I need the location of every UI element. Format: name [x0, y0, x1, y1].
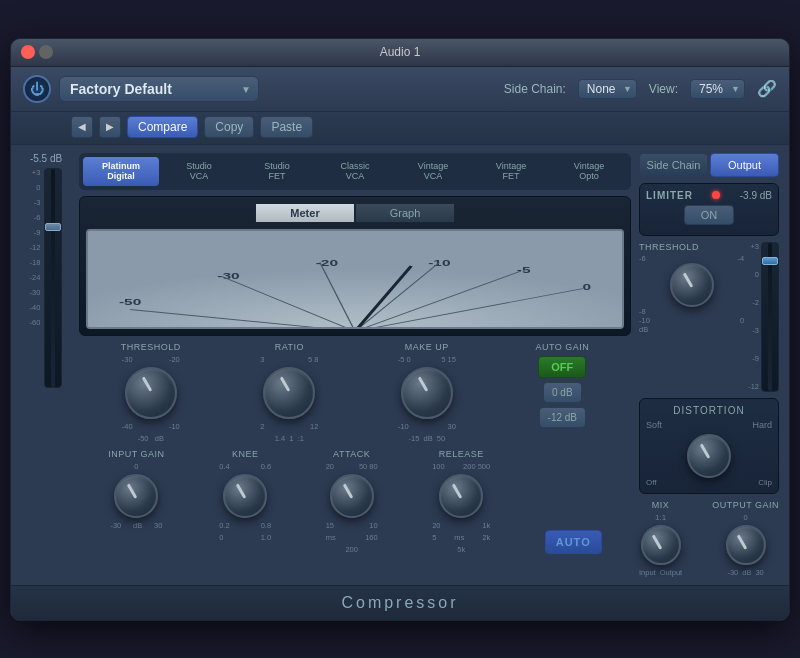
- power-button[interactable]: ⏻: [23, 75, 51, 103]
- makeup-label: MAKE UP: [405, 342, 449, 352]
- right-column: Side Chain Output LIMITER -3.9 dB ON THR…: [639, 153, 779, 577]
- output-fader[interactable]: [761, 242, 779, 392]
- preset-wrapper: Factory Default: [59, 76, 259, 102]
- tab-classic-vca[interactable]: ClassicVCA: [317, 157, 393, 187]
- fader-track: [51, 169, 55, 387]
- threshold-right-label: THRESHOLD: [639, 242, 699, 252]
- ratio-label: RATIO: [275, 342, 304, 352]
- input-fader[interactable]: [44, 168, 62, 388]
- makeup-bottom: -15 dB 50: [408, 434, 445, 443]
- limiter-threshold-knob[interactable]: [670, 263, 714, 307]
- graph-tab[interactable]: Graph: [355, 203, 455, 223]
- meter-tab[interactable]: Meter: [255, 203, 355, 223]
- output-tab[interactable]: Output: [710, 153, 779, 177]
- tab-vintage-opto[interactable]: VintageOpto: [551, 157, 627, 187]
- threshold-fader-area: THRESHOLD -6 -4 -8 -10 0 dB: [639, 242, 779, 392]
- mix-output-row: MIX 1:1 Input Output OUTPUT GAIN 0 -30 d…: [639, 500, 779, 577]
- mix-ratio: 1:1: [655, 513, 666, 522]
- minimize-button[interactable]: [39, 45, 53, 59]
- main-content: -5.5 dB +3 0 -3 -6 -9 -12 -18 -24 -30 -4…: [11, 145, 789, 585]
- svg-text:-50: -50: [119, 296, 141, 307]
- center-column: PlatinumDigital StudioVCA StudioFET Clas…: [79, 153, 631, 577]
- limiter-on-button[interactable]: ON: [684, 205, 735, 225]
- mix-input: Input: [639, 568, 656, 577]
- input-gain-label: INPUT GAIN: [108, 449, 164, 459]
- mix-group: MIX 1:1 Input Output: [639, 500, 682, 577]
- link-icon[interactable]: 🔗: [757, 79, 777, 98]
- copy-button[interactable]: Copy: [204, 116, 254, 138]
- mix-output: Output: [660, 568, 683, 577]
- tab-studio-fet[interactable]: StudioFET: [239, 157, 315, 187]
- side-chain-tab[interactable]: Side Chain: [639, 153, 708, 177]
- view-select[interactable]: 75%: [690, 79, 745, 99]
- distortion-knob-row: [646, 434, 772, 478]
- distortion-soft: Soft: [646, 420, 662, 430]
- side-chain-wrapper: None: [578, 79, 637, 99]
- compare-button[interactable]: Compare: [127, 116, 198, 138]
- bottom-bar: Compressor: [11, 585, 789, 620]
- next-button[interactable]: ▶: [99, 116, 121, 138]
- prev-button[interactable]: ◀: [71, 116, 93, 138]
- ratio-group: RATIO 3 5 8 2 12 1.4 1 :1: [260, 342, 318, 443]
- close-button[interactable]: ✕: [21, 45, 35, 59]
- mix-label: MIX: [652, 500, 670, 510]
- view-label: View:: [649, 82, 678, 96]
- output-gain-knob[interactable]: [726, 525, 766, 565]
- distortion-knob[interactable]: [687, 434, 731, 478]
- window-title: Audio 1: [380, 45, 421, 59]
- knee-label: KNEE: [232, 449, 259, 459]
- limiter-title: LIMITER: [646, 190, 693, 201]
- compressor-title: Compressor: [341, 594, 458, 611]
- preset-dropdown[interactable]: Factory Default: [59, 76, 259, 102]
- view-wrapper: 75%: [690, 79, 745, 99]
- transport-row: ◀ ▶ Compare Copy Paste: [11, 112, 789, 145]
- distortion-clip: Clip: [758, 478, 772, 487]
- output-gain-zero: 0: [743, 513, 747, 522]
- output-gain-db: dB: [742, 568, 751, 577]
- svg-rect-0: [88, 231, 622, 327]
- right-fader-scale: +3 0 -2 -3 -9 -12: [748, 242, 759, 392]
- tab-vintage-vca[interactable]: VintageVCA: [395, 157, 471, 187]
- vu-display: -50 -30 -20 -10 -5 0: [86, 229, 624, 329]
- zero-db-button[interactable]: 0 dB: [543, 382, 582, 403]
- distortion-off: Off: [646, 478, 657, 487]
- makeup-knob[interactable]: [401, 367, 453, 419]
- svg-text:-20: -20: [316, 257, 338, 268]
- paste-button[interactable]: Paste: [260, 116, 313, 138]
- threshold-bottom-scale: -50 dB: [138, 434, 164, 443]
- side-chain-select[interactable]: None: [578, 79, 637, 99]
- knee-knob[interactable]: [223, 474, 267, 518]
- svg-text:0: 0: [583, 281, 592, 292]
- vu-svg: -50 -30 -20 -10 -5 0: [88, 231, 622, 327]
- tab-vintage-fet[interactable]: VintageFET: [473, 157, 549, 187]
- auto-gain-group: AUTO GAIN OFF 0 dB -12 dB: [535, 342, 589, 443]
- output-tabs: Side Chain Output: [639, 153, 779, 177]
- attack-group: ATTACK 20 50 80 15 10 ms 160 200: [326, 449, 378, 554]
- off-button[interactable]: OFF: [538, 356, 586, 378]
- right-fader-area: +3 0 -2 -3 -9 -12: [748, 242, 779, 392]
- minus12-button[interactable]: -12 dB: [539, 407, 586, 428]
- threshold-knob[interactable]: [125, 367, 177, 419]
- auto-group: AUTO: [545, 449, 602, 554]
- right-fader-thumb[interactable]: [762, 257, 778, 265]
- release-knob[interactable]: [439, 474, 483, 518]
- makeup-group: MAKE UP -5 0 5 15 -10 30 -15 dB 50: [398, 342, 456, 443]
- input-gain-knob-group: INPUT GAIN 0 -30 dB 30: [108, 449, 164, 554]
- input-gain-knob[interactable]: [114, 474, 158, 518]
- attack-label: ATTACK: [333, 449, 370, 459]
- tab-studio-vca[interactable]: StudioVCA: [161, 157, 237, 187]
- threshold-label: THRESHOLD: [121, 342, 181, 352]
- side-chain-label: Side Chain:: [504, 82, 566, 96]
- ratio-knob[interactable]: [263, 367, 315, 419]
- limiter-db: -3.9 dB: [740, 190, 772, 201]
- auto-button[interactable]: AUTO: [545, 530, 602, 554]
- meter-graph-tabs: Meter Graph: [255, 203, 455, 223]
- limiter-header: LIMITER -3.9 dB: [646, 190, 772, 201]
- fader-thumb[interactable]: [45, 223, 61, 231]
- header-right: Side Chain: None View: 75% 🔗: [504, 79, 777, 99]
- limiter-led: [712, 191, 720, 199]
- mix-knob[interactable]: [641, 525, 681, 565]
- distortion-section: DISTORTION Soft Hard Off Clip: [639, 398, 779, 494]
- attack-knob[interactable]: [330, 474, 374, 518]
- tab-platinum-digital[interactable]: PlatinumDigital: [83, 157, 159, 187]
